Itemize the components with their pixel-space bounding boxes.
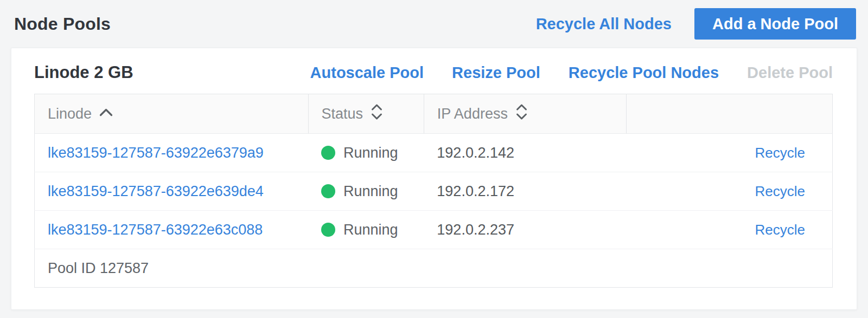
pool-id-row: Pool ID 127587 xyxy=(35,249,833,288)
recycle-pool-nodes-link[interactable]: Recycle Pool Nodes xyxy=(569,64,719,82)
column-header-actions xyxy=(627,94,833,134)
autoscale-pool-link[interactable]: Autoscale Pool xyxy=(310,64,424,82)
node-detail-link[interactable]: lke83159-127587-63922e6379a9 xyxy=(48,145,264,161)
status-running-icon xyxy=(321,223,335,237)
column-header-linode[interactable]: Linode xyxy=(35,94,309,134)
node-pools-header: Node Pools Recycle All Nodes Add a Node … xyxy=(0,0,868,48)
ip-address: 192.0.2.172 xyxy=(437,183,514,199)
pool-id-label: Pool ID 127587 xyxy=(35,249,833,288)
column-label: Status xyxy=(322,106,363,122)
add-node-pool-button[interactable]: Add a Node Pool xyxy=(694,8,856,40)
status-text: Running xyxy=(343,145,398,161)
sort-chevrons-icon xyxy=(370,102,384,125)
status-running-icon xyxy=(321,146,335,160)
node-detail-link[interactable]: lke83159-127587-63922e639de4 xyxy=(48,183,264,199)
table-header-row: Linode Status xyxy=(35,94,833,134)
status-text: Running xyxy=(343,222,398,238)
nodes-table: Linode Status xyxy=(34,94,833,288)
ip-address: 192.0.2.237 xyxy=(437,222,514,238)
pool-title: Linode 2 GB xyxy=(34,63,133,82)
pool-card-header: Linode 2 GB Autoscale Pool Resize Pool R… xyxy=(34,56,833,89)
status-text: Running xyxy=(343,183,398,200)
resize-pool-link[interactable]: Resize Pool xyxy=(452,64,540,82)
node-row: lke83159-127587-63922e6379a9 Running 192… xyxy=(35,134,833,172)
ip-address: 192.0.2.142 xyxy=(437,145,514,161)
recycle-node-link[interactable]: Recycle xyxy=(755,222,805,238)
page-title: Node Pools xyxy=(14,14,111,34)
sort-chevrons-icon xyxy=(515,102,528,125)
column-label: IP Address xyxy=(437,106,508,122)
status-running-icon xyxy=(321,184,335,198)
chevron-up-icon xyxy=(99,104,113,121)
pool-actions: Autoscale Pool Resize Pool Recycle Pool … xyxy=(310,64,833,82)
recycle-node-link[interactable]: Recycle xyxy=(755,145,805,161)
node-pool-card: Linode 2 GB Autoscale Pool Resize Pool R… xyxy=(11,48,857,310)
node-row: lke83159-127587-63922e639de4 Running 192… xyxy=(35,172,833,211)
column-label: Linode xyxy=(48,106,92,122)
recycle-all-nodes-link[interactable]: Recycle All Nodes xyxy=(536,15,672,33)
recycle-node-link[interactable]: Recycle xyxy=(755,183,805,199)
node-row: lke83159-127587-63922e63c088 Running 192… xyxy=(35,211,833,249)
delete-pool-link: Delete Pool xyxy=(747,64,833,82)
node-detail-link[interactable]: lke83159-127587-63922e63c088 xyxy=(48,222,263,238)
column-header-ip-address[interactable]: IP Address xyxy=(424,94,627,134)
column-header-status[interactable]: Status xyxy=(308,94,424,134)
topbar-actions: Recycle All Nodes Add a Node Pool xyxy=(536,8,856,40)
